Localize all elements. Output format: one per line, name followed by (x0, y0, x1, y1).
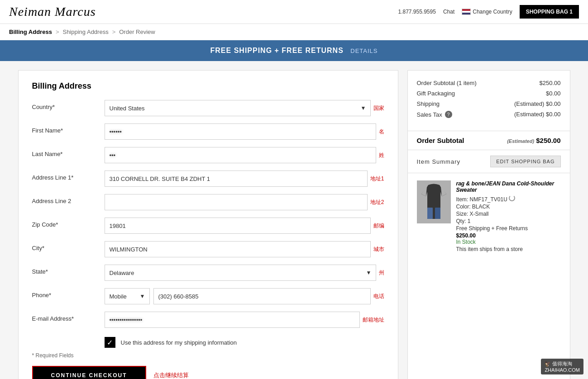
order-subtotal-label: Order Subtotal (417, 137, 464, 144)
phone-input[interactable] (153, 288, 371, 304)
shopping-bag-button[interactable]: SHOPPING BAG 1 (520, 5, 579, 19)
product-shipping-note: Free Shipping + Free Returns (456, 225, 561, 232)
checkmark-icon: ✓ (107, 338, 113, 347)
product-size: Size: X-Small (456, 211, 561, 217)
phone-label: Phone* (32, 288, 105, 298)
state-hint: 州 (379, 269, 384, 277)
address2-row: Address Line 2 地址2 (32, 194, 384, 210)
phone-row: Phone* Mobile Home Work ▼ (32, 288, 384, 304)
city-hint: 城市 (373, 246, 384, 253)
product-qty: Qty: 1 (456, 218, 561, 224)
address1-input[interactable] (105, 171, 368, 187)
change-country-label: Change Country (473, 9, 512, 15)
breadcrumb-review[interactable]: Order Review (119, 28, 155, 35)
city-input[interactable] (105, 241, 371, 257)
firstname-row: First Name* 名 (32, 123, 384, 140)
subtotal-label: Order Subtotal (1 item) (417, 80, 477, 86)
firstname-hint: 名 (379, 128, 384, 136)
product-item-id: Item: NMF17_TV01U (456, 195, 561, 203)
product-price: $250.00 (456, 232, 561, 239)
country-field: United States ▼ 国家 (105, 100, 384, 116)
email-row: E-mail Address* 邮箱地址 (32, 312, 384, 328)
shipping-value: (Estimated) $0.00 (514, 100, 561, 107)
product-name: rag & bone/JEAN Dana Cold-Shoulder Sweat… (456, 180, 561, 193)
header: Neiman Marcus 1.877.955.9595 Chat Change… (0, 0, 588, 24)
tax-label: Sales Tax ? (417, 111, 452, 118)
breadcrumb-sep1: > (56, 28, 59, 35)
product-row: rag & bone/JEAN Dana Cold-Shoulder Sweat… (408, 173, 570, 261)
breadcrumb-shipping[interactable]: Shipping Address (62, 28, 108, 35)
state-field: Delaware ▼ 州 (105, 265, 384, 281)
tax-row: Sales Tax ? (Estimated) $0.00 (417, 111, 561, 118)
product-image (417, 180, 451, 223)
country-row: Country* United States ▼ 国家 (32, 100, 384, 116)
breadcrumb-sep2: > (112, 28, 116, 35)
billing-form: Billing Address Country* United States ▼… (18, 70, 398, 379)
main-container: Billing Address Country* United States ▼… (9, 61, 579, 379)
address1-hint: 地址1 (370, 175, 384, 183)
country-hint: 国家 (373, 104, 384, 112)
watermark: 🦅 值得海淘 ZHAIHAO.COM (541, 359, 583, 374)
form-title: Billing Address (32, 81, 384, 91)
header-right: 1.877.955.9595 Chat Change Country SHOPP… (398, 5, 579, 19)
email-field: 邮箱地址 (105, 312, 384, 328)
promo-details-link[interactable]: DETAILS (350, 47, 378, 54)
breadcrumb: Billing Address > Shipping Address > Ord… (0, 24, 588, 40)
shipping-row: Shipping (Estimated) $0.00 (417, 100, 561, 107)
breadcrumb-billing[interactable]: Billing Address (9, 28, 52, 35)
promo-text: FREE SHIPPING + FREE RETURNS (210, 47, 344, 54)
change-country-btn[interactable]: Change Country (462, 9, 512, 15)
firstname-label: First Name* (32, 123, 105, 134)
product-details: rag & bone/JEAN Dana Cold-Shoulder Sweat… (456, 180, 561, 253)
zip-input[interactable] (105, 218, 371, 234)
logo: Neiman Marcus (9, 5, 96, 19)
summary-table: Order Subtotal (1 item) $250.00 Gift Pac… (408, 71, 570, 131)
state-select[interactable]: Delaware (105, 265, 376, 281)
watermark-bird-icon: 🦅 (545, 361, 551, 366)
state-row: State* Delaware ▼ 州 (32, 265, 384, 281)
lastname-field: 姓 (105, 147, 384, 163)
watermark-text: 值得海淘 (552, 361, 572, 366)
shipping-checkbox[interactable]: ✓ (105, 337, 115, 348)
address1-row: Address Line 1* 地址1 (32, 171, 384, 187)
address2-input[interactable] (105, 194, 368, 210)
address2-field: 地址2 (105, 194, 384, 210)
lastname-hint: 姓 (379, 152, 384, 159)
phone-hint: 电话 (373, 293, 384, 300)
address2-hint: 地址2 (370, 199, 384, 206)
zip-label: Zip Code* (32, 218, 105, 228)
chat-link[interactable]: Chat (443, 9, 454, 15)
lastname-input[interactable] (105, 147, 376, 163)
zip-hint: 邮编 (373, 222, 384, 230)
subtotal-row: Order Subtotal (1 item) $250.00 (417, 80, 561, 86)
tax-value: (Estimated) $0.00 (514, 111, 561, 118)
city-field: 城市 (105, 241, 384, 257)
address1-label: Address Line 1* (32, 171, 105, 181)
product-color: Color: BLACK (456, 204, 561, 210)
refresh-icon[interactable] (509, 195, 515, 201)
edit-shopping-bag-button[interactable]: EDIT SHOPPING BAG (490, 156, 560, 167)
svg-rect-2 (435, 208, 440, 219)
shipping-checkbox-row: ✓ Use this address for my shipping infor… (105, 337, 384, 348)
country-label: Country* (32, 100, 105, 110)
address1-field: 地址1 (105, 171, 384, 187)
item-summary-label: Item Summary (417, 158, 461, 165)
state-label: State* (32, 265, 105, 275)
gift-label: Gift Packaging (417, 90, 455, 97)
continue-checkout-button[interactable]: CONTINUE CHECKOUT (32, 366, 146, 379)
zip-row: Zip Code* 邮编 (32, 218, 384, 234)
item-summary-header: Item Summary EDIT SHOPPING BAG (408, 150, 570, 173)
continue-btn-wrapper: CONTINUE CHECKOUT 点击继续结算 (32, 366, 384, 379)
tax-info-icon[interactable]: ? (445, 111, 452, 118)
order-subtotal-row: Order Subtotal (Estimated) $250.00 (408, 131, 570, 150)
required-note: * Required Fields (32, 352, 384, 359)
country-select[interactable]: United States (105, 100, 371, 116)
shipping-checkbox-label: Use this address for my shipping informa… (121, 339, 237, 346)
phone-type-select[interactable]: Mobile Home Work (105, 288, 150, 304)
continue-hint: 点击继续结算 (153, 371, 189, 379)
lastname-row: Last Name* 姓 (32, 147, 384, 163)
email-input[interactable] (105, 312, 360, 328)
email-label: E-mail Address* (32, 312, 105, 322)
firstname-input[interactable] (105, 123, 376, 140)
product-stock: In Stock (456, 239, 561, 245)
